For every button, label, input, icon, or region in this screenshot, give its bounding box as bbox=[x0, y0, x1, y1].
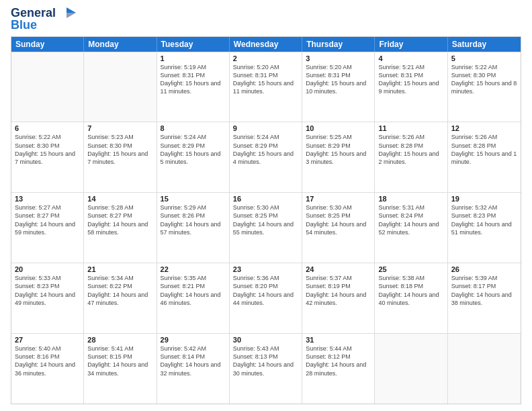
day-number: 26 bbox=[451, 265, 517, 273]
svg-marker-0 bbox=[66, 7, 76, 13]
day-number: 10 bbox=[306, 124, 371, 132]
calendar-day-24: 24Sunrise: 5:37 AM Sunset: 8:19 PM Dayli… bbox=[302, 263, 375, 333]
calendar-day-empty bbox=[84, 52, 157, 122]
cell-info: Sunrise: 5:21 AM Sunset: 8:31 PM Dayligh… bbox=[378, 63, 443, 96]
cell-info: Sunrise: 5:39 AM Sunset: 8:17 PM Dayligh… bbox=[451, 274, 517, 307]
day-number: 7 bbox=[87, 124, 152, 132]
cell-info: Sunrise: 5:33 AM Sunset: 8:23 PM Dayligh… bbox=[15, 274, 80, 307]
day-number: 23 bbox=[233, 265, 298, 273]
col-header-sunday: Sunday bbox=[11, 37, 84, 52]
cell-info: Sunrise: 5:22 AM Sunset: 8:30 PM Dayligh… bbox=[451, 63, 517, 96]
svg-marker-1 bbox=[66, 13, 76, 18]
day-number: 31 bbox=[306, 336, 371, 344]
cell-info: Sunrise: 5:22 AM Sunset: 8:30 PM Dayligh… bbox=[15, 133, 80, 166]
cell-info: Sunrise: 5:19 AM Sunset: 8:31 PM Dayligh… bbox=[161, 63, 226, 96]
calendar-week-4: 20Sunrise: 5:33 AM Sunset: 8:23 PM Dayli… bbox=[11, 263, 521, 333]
cell-info: Sunrise: 5:26 AM Sunset: 8:28 PM Dayligh… bbox=[451, 133, 517, 166]
calendar-day-31: 31Sunrise: 5:44 AM Sunset: 8:12 PM Dayli… bbox=[302, 334, 375, 404]
day-number: 8 bbox=[161, 124, 226, 132]
calendar-day-17: 17Sunrise: 5:30 AM Sunset: 8:25 PM Dayli… bbox=[302, 193, 375, 263]
cell-info: Sunrise: 5:41 AM Sunset: 8:15 PM Dayligh… bbox=[87, 345, 152, 377]
col-header-monday: Monday bbox=[84, 37, 157, 52]
cell-info: Sunrise: 5:20 AM Sunset: 8:31 PM Dayligh… bbox=[233, 63, 298, 96]
cell-info: Sunrise: 5:24 AM Sunset: 8:29 PM Dayligh… bbox=[161, 133, 226, 166]
day-number: 1 bbox=[161, 54, 226, 62]
calendar-day-empty bbox=[11, 52, 84, 122]
day-number: 29 bbox=[161, 336, 226, 344]
col-header-saturday: Saturday bbox=[448, 37, 521, 52]
cell-info: Sunrise: 5:24 AM Sunset: 8:29 PM Dayligh… bbox=[233, 133, 298, 166]
calendar-day-2: 2Sunrise: 5:20 AM Sunset: 8:31 PM Daylig… bbox=[230, 52, 302, 122]
day-number: 13 bbox=[15, 195, 80, 203]
calendar-day-21: 21Sunrise: 5:34 AM Sunset: 8:22 PM Dayli… bbox=[84, 263, 157, 333]
cell-info: Sunrise: 5:36 AM Sunset: 8:20 PM Dayligh… bbox=[233, 274, 298, 307]
calendar: SundayMondayTuesdayWednesdayThursdayFrid… bbox=[11, 36, 521, 404]
day-number: 25 bbox=[378, 265, 443, 273]
day-number: 21 bbox=[87, 265, 152, 273]
cell-info: Sunrise: 5:29 AM Sunset: 8:26 PM Dayligh… bbox=[161, 203, 226, 236]
cell-info: Sunrise: 5:25 AM Sunset: 8:29 PM Dayligh… bbox=[306, 133, 371, 166]
day-number: 30 bbox=[233, 336, 298, 344]
calendar-day-13: 13Sunrise: 5:27 AM Sunset: 8:27 PM Dayli… bbox=[11, 193, 84, 263]
header: General Blue bbox=[11, 7, 521, 32]
calendar-day-29: 29Sunrise: 5:42 AM Sunset: 8:14 PM Dayli… bbox=[157, 334, 230, 404]
day-number: 9 bbox=[233, 124, 298, 132]
cell-info: Sunrise: 5:28 AM Sunset: 8:27 PM Dayligh… bbox=[87, 203, 152, 236]
cell-info: Sunrise: 5:30 AM Sunset: 8:25 PM Dayligh… bbox=[233, 203, 298, 236]
calendar-day-26: 26Sunrise: 5:39 AM Sunset: 8:17 PM Dayli… bbox=[448, 263, 521, 333]
day-number: 18 bbox=[378, 195, 443, 203]
calendar-day-empty bbox=[448, 334, 521, 404]
day-number: 16 bbox=[233, 195, 298, 203]
cell-info: Sunrise: 5:30 AM Sunset: 8:25 PM Dayligh… bbox=[306, 203, 371, 236]
cell-info: Sunrise: 5:34 AM Sunset: 8:22 PM Dayligh… bbox=[87, 274, 152, 307]
day-number: 5 bbox=[451, 54, 517, 62]
cell-info: Sunrise: 5:27 AM Sunset: 8:27 PM Dayligh… bbox=[15, 203, 80, 236]
calendar-day-12: 12Sunrise: 5:26 AM Sunset: 8:28 PM Dayli… bbox=[448, 122, 521, 192]
day-number: 19 bbox=[451, 195, 517, 203]
day-number: 12 bbox=[451, 124, 517, 132]
logo-text-blue: Blue bbox=[11, 18, 37, 32]
cell-info: Sunrise: 5:32 AM Sunset: 8:23 PM Dayligh… bbox=[451, 203, 517, 236]
calendar-week-5: 27Sunrise: 5:40 AM Sunset: 8:16 PM Dayli… bbox=[11, 333, 521, 404]
calendar-day-19: 19Sunrise: 5:32 AM Sunset: 8:23 PM Dayli… bbox=[448, 193, 521, 263]
calendar-week-3: 13Sunrise: 5:27 AM Sunset: 8:27 PM Dayli… bbox=[11, 192, 521, 263]
day-number: 6 bbox=[15, 124, 80, 132]
cell-info: Sunrise: 5:42 AM Sunset: 8:14 PM Dayligh… bbox=[161, 345, 226, 377]
calendar-day-20: 20Sunrise: 5:33 AM Sunset: 8:23 PM Dayli… bbox=[11, 263, 84, 333]
day-number: 2 bbox=[233, 54, 298, 62]
day-number: 17 bbox=[306, 195, 371, 203]
calendar-day-25: 25Sunrise: 5:38 AM Sunset: 8:18 PM Dayli… bbox=[375, 263, 447, 333]
page: General Blue SundayMondayTuesdayWednesda… bbox=[0, 0, 532, 411]
cell-info: Sunrise: 5:44 AM Sunset: 8:12 PM Dayligh… bbox=[306, 345, 371, 377]
calendar-day-15: 15Sunrise: 5:29 AM Sunset: 8:26 PM Dayli… bbox=[157, 193, 230, 263]
cell-info: Sunrise: 5:43 AM Sunset: 8:13 PM Dayligh… bbox=[233, 345, 298, 377]
calendar-day-8: 8Sunrise: 5:24 AM Sunset: 8:29 PM Daylig… bbox=[157, 122, 230, 192]
calendar-day-empty bbox=[375, 334, 447, 404]
cell-info: Sunrise: 5:26 AM Sunset: 8:28 PM Dayligh… bbox=[378, 133, 443, 166]
cell-info: Sunrise: 5:38 AM Sunset: 8:18 PM Dayligh… bbox=[378, 274, 443, 307]
cell-info: Sunrise: 5:23 AM Sunset: 8:30 PM Dayligh… bbox=[87, 133, 152, 166]
day-number: 20 bbox=[15, 265, 80, 273]
day-number: 28 bbox=[87, 336, 152, 344]
cell-info: Sunrise: 5:37 AM Sunset: 8:19 PM Dayligh… bbox=[306, 274, 371, 307]
day-number: 27 bbox=[15, 336, 80, 344]
calendar-day-27: 27Sunrise: 5:40 AM Sunset: 8:16 PM Dayli… bbox=[11, 334, 84, 404]
cell-info: Sunrise: 5:40 AM Sunset: 8:16 PM Dayligh… bbox=[15, 345, 80, 377]
day-number: 4 bbox=[378, 54, 443, 62]
calendar-day-11: 11Sunrise: 5:26 AM Sunset: 8:28 PM Dayli… bbox=[375, 122, 447, 192]
day-number: 14 bbox=[87, 195, 152, 203]
calendar-body: 1Sunrise: 5:19 AM Sunset: 8:31 PM Daylig… bbox=[11, 52, 521, 404]
cell-info: Sunrise: 5:35 AM Sunset: 8:21 PM Dayligh… bbox=[161, 274, 226, 307]
cell-info: Sunrise: 5:31 AM Sunset: 8:24 PM Dayligh… bbox=[378, 203, 443, 236]
calendar-day-6: 6Sunrise: 5:22 AM Sunset: 8:30 PM Daylig… bbox=[11, 122, 84, 192]
col-header-wednesday: Wednesday bbox=[230, 37, 302, 52]
calendar-day-16: 16Sunrise: 5:30 AM Sunset: 8:25 PM Dayli… bbox=[230, 193, 302, 263]
calendar-week-1: 1Sunrise: 5:19 AM Sunset: 8:31 PM Daylig… bbox=[11, 52, 521, 122]
calendar-day-4: 4Sunrise: 5:21 AM Sunset: 8:31 PM Daylig… bbox=[375, 52, 447, 122]
col-header-tuesday: Tuesday bbox=[157, 37, 230, 52]
cell-info: Sunrise: 5:20 AM Sunset: 8:31 PM Dayligh… bbox=[306, 63, 371, 96]
logo: General Blue bbox=[11, 7, 76, 32]
day-number: 11 bbox=[378, 124, 443, 132]
calendar-day-10: 10Sunrise: 5:25 AM Sunset: 8:29 PM Dayli… bbox=[302, 122, 375, 192]
calendar-day-7: 7Sunrise: 5:23 AM Sunset: 8:30 PM Daylig… bbox=[84, 122, 157, 192]
